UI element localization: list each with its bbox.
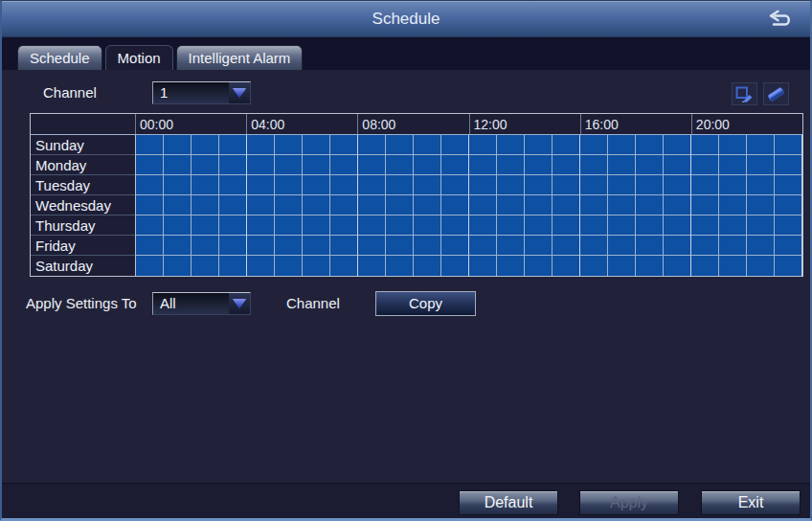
grid-cell[interactable] — [135, 155, 164, 175]
grid-cell[interactable] — [525, 215, 553, 236]
grid-cell[interactable] — [608, 135, 636, 155]
grid-cell[interactable] — [303, 155, 330, 175]
grid-cell[interactable] — [664, 135, 691, 155]
grid-cell[interactable] — [386, 256, 414, 276]
grid-cell[interactable] — [219, 215, 247, 236]
grid-cell[interactable] — [275, 256, 303, 276]
grid-cell[interactable] — [441, 215, 469, 236]
grid-cell[interactable] — [525, 175, 553, 195]
grid-cell[interactable] — [469, 195, 497, 215]
grid-cell[interactable] — [719, 236, 747, 256]
grid-cell[interactable] — [747, 135, 775, 155]
grid-cell[interactable] — [386, 155, 414, 175]
grid-cell[interactable] — [414, 195, 441, 215]
grid-cell[interactable] — [775, 195, 802, 215]
grid-cell[interactable] — [608, 215, 636, 236]
grid-cell[interactable] — [358, 256, 386, 276]
grid-cell[interactable] — [358, 175, 386, 195]
grid-cell[interactable] — [441, 175, 469, 195]
grid-cell[interactable] — [164, 195, 192, 215]
eraser-tool-button[interactable] — [763, 82, 789, 105]
grid-cell[interactable] — [386, 175, 414, 195]
grid-cell[interactable] — [525, 155, 553, 175]
grid-cell[interactable] — [553, 155, 580, 175]
grid-cell[interactable] — [303, 236, 330, 256]
grid-cell[interactable] — [469, 215, 497, 236]
grid-cell[interactable] — [580, 135, 608, 155]
grid-cell[interactable] — [441, 195, 469, 215]
grid-cell[interactable] — [219, 135, 247, 155]
grid-cell[interactable] — [192, 195, 219, 215]
grid-cell[interactable] — [664, 175, 691, 195]
grid-cell[interactable] — [219, 155, 247, 175]
grid-cell[interactable] — [525, 236, 553, 256]
grid-cell[interactable] — [580, 195, 608, 215]
grid-cell[interactable] — [636, 155, 664, 175]
grid-cell[interactable] — [135, 135, 164, 155]
grid-cell[interactable] — [691, 256, 719, 276]
grid-cell[interactable] — [580, 236, 608, 256]
grid-cell[interactable] — [497, 155, 525, 175]
grid-cell[interactable] — [414, 256, 441, 276]
grid-cell[interactable] — [164, 236, 192, 256]
grid-cell[interactable] — [664, 256, 691, 276]
grid-cell[interactable] — [691, 215, 719, 236]
grid-cell[interactable] — [386, 215, 414, 236]
grid-cell[interactable] — [275, 215, 303, 236]
grid-cell[interactable] — [247, 175, 275, 195]
grid-cell[interactable] — [414, 175, 441, 195]
grid-cell[interactable] — [358, 236, 386, 256]
grid-cell[interactable] — [330, 195, 358, 215]
grid-cell[interactable] — [664, 215, 691, 236]
grid-cell[interactable] — [608, 175, 636, 195]
grid-cell[interactable] — [608, 256, 636, 276]
grid-cell[interactable] — [247, 155, 275, 175]
grid-cell[interactable] — [497, 236, 525, 256]
grid-cell[interactable] — [135, 215, 164, 236]
grid-cell[interactable] — [192, 175, 219, 195]
grid-cell[interactable] — [303, 256, 330, 276]
grid-cell[interactable] — [386, 236, 414, 256]
grid-cell[interactable] — [414, 135, 441, 155]
grid-cell[interactable] — [497, 215, 525, 236]
grid-cell[interactable] — [636, 236, 664, 256]
grid-cell[interactable] — [219, 256, 247, 276]
grid-cell[interactable] — [525, 195, 553, 215]
grid-cell[interactable] — [469, 256, 497, 276]
grid-cell[interactable] — [664, 236, 691, 256]
tab-motion[interactable]: Motion — [105, 45, 173, 70]
grid-cell[interactable] — [414, 215, 441, 236]
grid-cell[interactable] — [275, 155, 303, 175]
grid-cell[interactable] — [775, 215, 802, 236]
tab-intelligent-alarm[interactable]: Intelligent Alarm — [176, 45, 304, 70]
grid-cell[interactable] — [553, 215, 580, 236]
grid-cell[interactable] — [525, 256, 553, 276]
grid-cell[interactable] — [636, 256, 664, 276]
grid-cell[interactable] — [553, 135, 580, 155]
copy-button[interactable]: Copy — [375, 291, 476, 316]
grid-cell[interactable] — [386, 135, 414, 155]
grid-cell[interactable] — [747, 215, 775, 236]
grid-cell[interactable] — [135, 195, 164, 215]
grid-cell[interactable] — [691, 135, 719, 155]
grid-cell[interactable] — [747, 175, 775, 195]
grid-cell[interactable] — [719, 215, 747, 236]
grid-cell[interactable] — [691, 175, 719, 195]
grid-cell[interactable] — [247, 236, 275, 256]
back-button[interactable] — [766, 10, 795, 31]
grid-cell[interactable] — [219, 175, 247, 195]
grid-cell[interactable] — [247, 135, 275, 155]
grid-cell[interactable] — [497, 175, 525, 195]
grid-cell[interactable] — [414, 155, 441, 175]
grid-cell[interactable] — [275, 195, 303, 215]
grid-cell[interactable] — [553, 256, 580, 276]
grid-cell[interactable] — [775, 175, 802, 195]
grid-cell[interactable] — [469, 175, 497, 195]
grid-cell[interactable] — [386, 195, 414, 215]
grid-cell[interactable] — [135, 175, 164, 195]
grid-cell[interactable] — [441, 155, 469, 175]
grid-cell[interactable] — [525, 135, 553, 155]
grid-cell[interactable] — [358, 135, 386, 155]
grid-cell[interactable] — [747, 236, 775, 256]
grid-cell[interactable] — [691, 195, 719, 215]
